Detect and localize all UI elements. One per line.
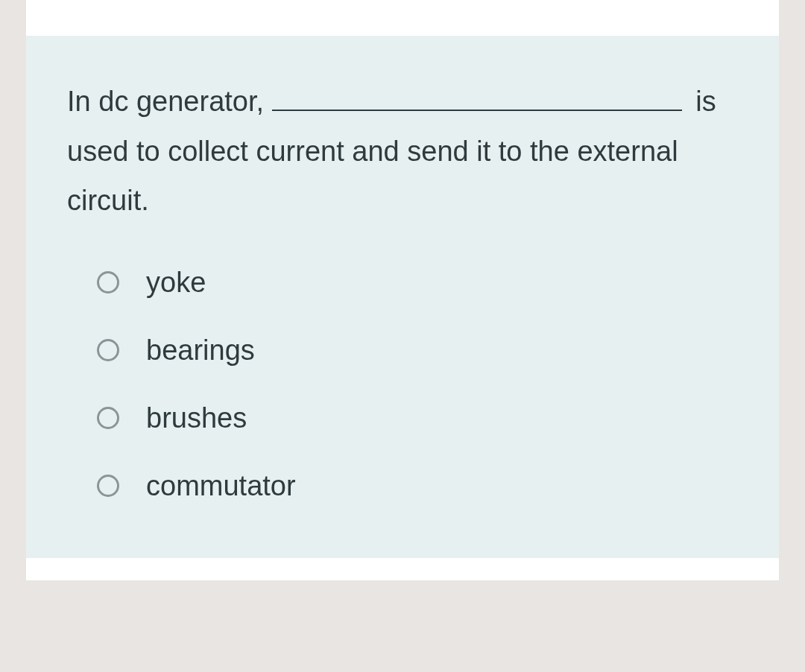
page-wrapper: In dc generator, is used to collect curr… bbox=[0, 0, 805, 672]
top-spacer bbox=[26, 0, 779, 36]
radio-icon bbox=[97, 339, 119, 361]
options-list: yoke bearings brushes commutator bbox=[67, 267, 738, 502]
option-brushes[interactable]: brushes bbox=[97, 402, 738, 434]
option-commutator[interactable]: commutator bbox=[97, 470, 738, 502]
radio-icon bbox=[97, 271, 119, 294]
option-yoke[interactable]: yoke bbox=[97, 267, 738, 299]
fill-blank-line bbox=[272, 86, 682, 111]
radio-icon bbox=[97, 407, 119, 429]
option-bearings[interactable]: bearings bbox=[97, 335, 738, 367]
question-prefix: In dc generator, bbox=[67, 86, 264, 117]
bottom-spacer bbox=[26, 558, 779, 580]
option-label: brushes bbox=[146, 402, 247, 434]
option-label: yoke bbox=[146, 267, 206, 299]
radio-icon bbox=[97, 475, 119, 497]
option-label: bearings bbox=[146, 335, 255, 367]
question-card: In dc generator, is used to collect curr… bbox=[26, 36, 779, 558]
question-text: In dc generator, is used to collect curr… bbox=[67, 77, 738, 226]
option-label: commutator bbox=[146, 470, 296, 502]
